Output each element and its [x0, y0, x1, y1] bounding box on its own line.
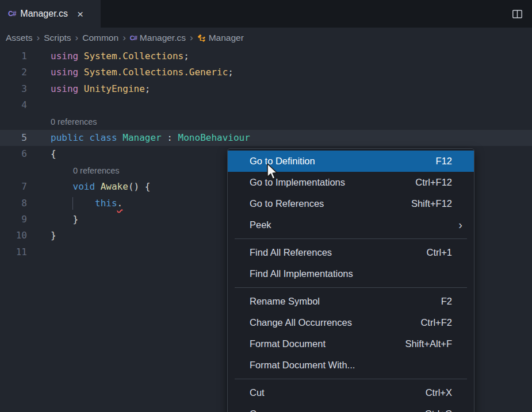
menu-item-label: Go to Implementations: [250, 177, 345, 188]
code-token: using: [51, 51, 78, 61]
menu-item-format-document-with[interactable]: Format Document With...: [228, 355, 474, 376]
code-token: Awake: [101, 181, 128, 192]
split-editor-icon[interactable]: [512, 9, 523, 20]
csharp-file-icon: C#: [8, 10, 16, 18]
menu-item-shortcut: Ctrl+X: [426, 387, 452, 398]
breadcrumb-label: Manager.cs: [140, 33, 186, 43]
code-line[interactable]: 4: [0, 97, 532, 113]
breadcrumb-item-manager[interactable]: Manager: [197, 33, 244, 43]
breadcrumb-label: Common: [82, 33, 118, 43]
code-token: class: [89, 132, 117, 143]
line-number[interactable]: 4: [0, 97, 27, 113]
codelens-row[interactable]: 0 references: [0, 114, 532, 130]
breadcrumb-item-common[interactable]: Common: [82, 33, 118, 43]
menu-item-find-all-references[interactable]: Find All ReferencesCtrl+1: [228, 242, 474, 263]
menu-item-copy[interactable]: CopyCtrl+C: [228, 403, 474, 412]
menu-item-go-to-implementations[interactable]: Go to ImplementationsCtrl+F12: [228, 172, 474, 193]
breadcrumb-item-manager-cs[interactable]: C#Manager.cs: [130, 33, 186, 43]
code-token: [95, 181, 101, 192]
code-line[interactable]: 3using UnityEngine;: [0, 81, 532, 97]
code-token: ;: [183, 51, 189, 61]
menu-item-shortcut: Ctrl+F2: [420, 317, 452, 328]
menu-item-label: Format Document With...: [250, 360, 355, 371]
line-number[interactable]: 9: [0, 211, 27, 228]
code-token: ;: [145, 83, 151, 94]
indent-guide: [72, 197, 73, 210]
menu-item-go-to-references[interactable]: Go to ReferencesShift+F12: [228, 193, 474, 214]
menu-separator: [235, 238, 467, 239]
menu-item-label: Find All Implementations: [250, 268, 353, 279]
code-text: this.: [27, 195, 123, 211]
code-text: [27, 244, 51, 260]
menu-item-label: Go to References: [250, 198, 324, 209]
line-number[interactable]: 1: [0, 48, 27, 64]
code-token: UnityEngine: [84, 83, 145, 94]
code-text: using System.Collections;: [27, 48, 189, 64]
code-token: System.Collections: [84, 51, 183, 61]
line-number[interactable]: 11: [0, 244, 27, 260]
menu-item-go-to-definition[interactable]: Go to DefinitionF12: [228, 151, 474, 172]
code-token: {: [51, 148, 56, 159]
codelens-references[interactable]: 0 references: [27, 114, 97, 130]
tab-manager-cs[interactable]: C# Manager.cs ×: [0, 0, 101, 28]
code-token: [78, 67, 84, 78]
line-number[interactable]: 3: [0, 81, 27, 97]
menu-item-shortcut: Shift+Alt+F: [405, 338, 452, 349]
code-text: using System.Collections.Generic;: [27, 64, 234, 80]
line-number[interactable]: 7: [0, 179, 27, 195]
code-token: public: [51, 132, 84, 143]
breadcrumb-separator: ›: [190, 32, 193, 44]
line-number[interactable]: 6: [0, 146, 27, 162]
menu-separator: [235, 379, 467, 379]
menu-item-change-all-occurrences[interactable]: Change All OccurrencesCtrl+F2: [228, 312, 474, 333]
menu-item-label: Find All References: [250, 247, 332, 258]
line-number[interactable]: 10: [0, 228, 27, 244]
code-text: {: [27, 146, 56, 162]
code-text: using UnityEngine;: [27, 81, 150, 97]
menu-item-rename-symbol[interactable]: Rename SymbolF2: [228, 291, 474, 312]
code-line[interactable]: 5public class Manager : MonoBehaviour: [0, 130, 532, 146]
code-token: this: [95, 198, 117, 209]
code-token: System.Collections.Generic: [84, 67, 228, 78]
menu-item-format-document[interactable]: Format DocumentShift+Alt+F: [228, 333, 474, 355]
menu-item-cut[interactable]: CutCtrl+X: [228, 382, 474, 403]
menu-item-shortcut: Shift+F12: [411, 198, 452, 209]
code-token: }: [51, 230, 56, 241]
code-token: using: [51, 67, 78, 78]
code-token: [84, 132, 90, 143]
code-token: [78, 51, 84, 61]
line-number[interactable]: [0, 114, 27, 130]
breadcrumb-label: Manager: [209, 33, 244, 43]
breadcrumb-item-assets[interactable]: Assets: [6, 33, 33, 43]
code-token: :: [162, 132, 178, 143]
breadcrumb: Assets›Scripts›Common›C#Manager.cs›Manag…: [0, 28, 532, 48]
editor-actions: [512, 0, 532, 28]
code-line[interactable]: 1using System.Collections;: [0, 48, 532, 64]
code-line[interactable]: 2using System.Collections.Generic;: [0, 64, 532, 80]
menu-item-shortcut: F12: [436, 156, 452, 167]
line-number[interactable]: 8: [0, 195, 27, 211]
code-token: void: [73, 181, 95, 192]
code-text: }: [27, 211, 78, 228]
line-number[interactable]: [0, 163, 27, 179]
code-token: [117, 132, 123, 143]
breadcrumb-separator: ›: [123, 32, 126, 44]
csharp-file-icon: C#: [130, 34, 137, 41]
line-number[interactable]: 2: [0, 64, 27, 80]
menu-item-label: Change All Occurrences: [250, 317, 352, 328]
menu-item-find-all-implementations[interactable]: Find All Implementations: [228, 263, 474, 284]
menu-item-label: Go to Definition: [250, 156, 315, 167]
menu-item-shortcut: Ctrl+1: [427, 247, 452, 258]
code-token: [51, 181, 73, 192]
breadcrumb-label: Assets: [6, 33, 33, 43]
codelens-references[interactable]: 0 references: [27, 163, 120, 179]
tab-close-icon[interactable]: ×: [77, 9, 83, 20]
tab-title: Manager.cs: [20, 9, 68, 19]
line-number[interactable]: 5: [0, 130, 27, 146]
menu-item-label: Cut: [250, 387, 265, 398]
menu-separator: [235, 287, 467, 288]
code-token: using: [51, 83, 78, 94]
menu-item-peek[interactable]: Peek›: [228, 214, 474, 236]
breadcrumb-item-scripts[interactable]: Scripts: [44, 33, 71, 43]
tab-bar: C# Manager.cs ×: [0, 0, 532, 28]
